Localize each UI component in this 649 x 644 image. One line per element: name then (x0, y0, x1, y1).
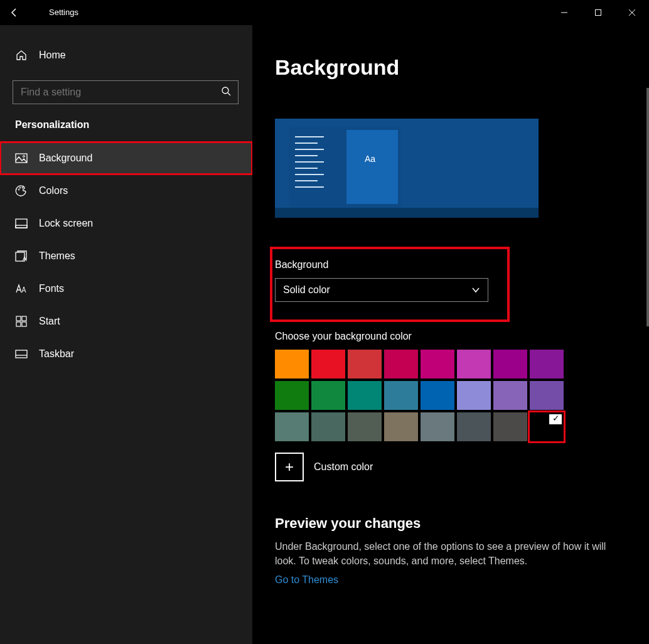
search-input[interactable] (13, 80, 239, 104)
svg-point-8 (18, 189, 19, 190)
sidebar-item-themes[interactable]: Themes (0, 240, 252, 272)
preview-start-menu: Aa (289, 126, 402, 208)
color-swatch[interactable] (311, 381, 345, 410)
sidebar-item-label: Themes (39, 250, 75, 262)
sidebar-item-label: Fonts (39, 283, 64, 294)
color-swatch[interactable] (384, 350, 418, 378)
color-swatch[interactable] (311, 350, 345, 378)
color-swatch[interactable] (493, 412, 527, 441)
minimize-icon (560, 9, 568, 16)
color-swatch[interactable] (457, 381, 491, 410)
color-swatch[interactable] (275, 350, 309, 378)
titlebar: Settings (0, 0, 649, 25)
section-header: Personalization (0, 119, 252, 142)
sidebar-item-label: Lock screen (39, 218, 93, 229)
svg-rect-17 (22, 322, 26, 326)
color-swatch[interactable] (530, 381, 564, 410)
start-icon (15, 315, 28, 328)
fonts-icon (15, 282, 28, 295)
preview-taskbar (275, 208, 539, 218)
close-icon (628, 9, 636, 16)
image-icon (15, 152, 28, 164)
color-swatch[interactable] (457, 350, 491, 378)
close-button[interactable] (615, 0, 649, 25)
svg-rect-14 (16, 316, 21, 321)
svg-rect-15 (22, 316, 26, 321)
sidebar-item-colors[interactable]: Colors (0, 174, 252, 207)
color-swatch[interactable] (384, 381, 418, 410)
sidebar-item-label: Start (39, 316, 60, 327)
plus-icon: + (285, 458, 294, 476)
color-swatch[interactable] (457, 412, 491, 441)
window-controls (547, 0, 649, 25)
window-title: Settings (29, 8, 78, 17)
color-swatch[interactable] (348, 350, 382, 378)
color-swatch[interactable] (530, 350, 564, 378)
preview-sample-text: Aa (365, 154, 375, 164)
color-swatch[interactable] (311, 412, 345, 441)
desktop-preview: Aa (275, 119, 539, 218)
themes-icon (15, 250, 28, 262)
sidebar-item-label: Taskbar (39, 348, 74, 360)
preview-tiles (346, 130, 398, 204)
search-wrap (13, 80, 240, 104)
color-swatch[interactable] (421, 350, 454, 378)
scrollbar[interactable] (646, 88, 649, 326)
color-swatch[interactable] (348, 412, 382, 441)
maximize-icon (594, 9, 602, 16)
color-swatch[interactable] (384, 412, 418, 441)
chevron-down-icon (471, 284, 480, 296)
background-section: Background Solid color (275, 250, 626, 312)
svg-rect-1 (596, 9, 601, 15)
palette-icon (15, 185, 28, 197)
color-swatch[interactable] (421, 381, 454, 410)
custom-color-button[interactable]: + (275, 453, 304, 481)
svg-line-5 (228, 93, 230, 95)
sidebar-item-start[interactable]: Start (0, 305, 252, 338)
arrow-left-icon (9, 8, 19, 18)
search-icon (221, 86, 231, 99)
minimize-button[interactable] (547, 0, 581, 25)
custom-color-label: Custom color (314, 461, 373, 473)
color-swatch[interactable] (493, 350, 527, 378)
sidebar-item-fonts[interactable]: Fonts (0, 272, 252, 305)
sidebar-item-taskbar[interactable]: Taskbar (0, 338, 252, 370)
background-dropdown-label: Background (275, 259, 626, 271)
sidebar-item-label: Colors (39, 185, 68, 196)
svg-rect-11 (16, 219, 27, 228)
background-dropdown[interactable]: Solid color (275, 278, 488, 302)
svg-rect-16 (16, 322, 21, 326)
svg-rect-12 (16, 225, 27, 228)
custom-color-row: + Custom color (275, 453, 626, 481)
sidebar-item-background[interactable]: Background (0, 142, 252, 174)
color-swatch[interactable] (275, 412, 309, 441)
choose-color-label: Choose your background color (275, 331, 626, 342)
preview-changes-heading: Preview your changes (275, 515, 626, 532)
preview-menu-lines (295, 136, 324, 193)
color-swatch[interactable] (421, 412, 454, 441)
home-icon (15, 49, 28, 62)
svg-rect-18 (16, 350, 27, 358)
svg-point-7 (23, 156, 25, 158)
color-swatch[interactable] (275, 381, 309, 410)
color-swatches (275, 350, 564, 441)
color-swatch[interactable] (493, 381, 527, 410)
svg-point-4 (222, 87, 228, 94)
svg-point-9 (19, 187, 21, 188)
back-button[interactable] (0, 0, 29, 25)
sidebar-item-lock-screen[interactable]: Lock screen (0, 207, 252, 240)
preview-changes-text: Under Background, select one of the opti… (275, 539, 626, 568)
sidebar-item-label: Background (39, 153, 92, 164)
color-swatch[interactable] (530, 412, 564, 441)
sidebar: Home Personalization Background Colo (0, 25, 252, 644)
svg-point-10 (22, 187, 23, 188)
page-title: Background (275, 55, 626, 80)
home-label: Home (39, 50, 66, 61)
taskbar-icon (15, 348, 28, 360)
color-swatch[interactable] (348, 381, 382, 410)
sidebar-home[interactable]: Home (0, 25, 252, 74)
lockscreen-icon (15, 217, 28, 230)
main-content: Background Aa Background Solid c (252, 25, 649, 644)
maximize-button[interactable] (581, 0, 615, 25)
go-to-themes-link[interactable]: Go to Themes (275, 574, 338, 586)
